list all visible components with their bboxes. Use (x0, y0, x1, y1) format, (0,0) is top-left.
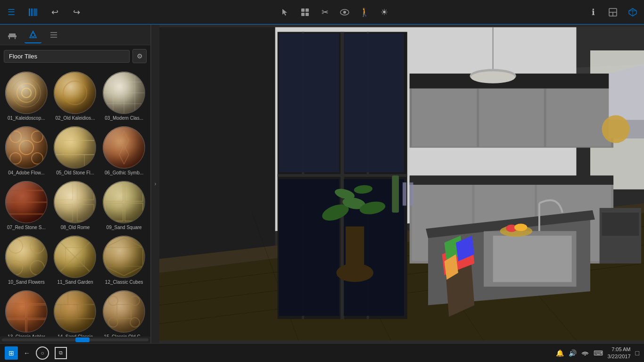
redo-icon[interactable]: ↪ (70, 6, 83, 19)
svg-rect-172 (410, 175, 613, 185)
scene-svg (159, 25, 644, 343)
svg-rect-6 (305, 13, 309, 16)
settings-button[interactable]: ⚙ (132, 49, 147, 63)
svg-rect-70 (54, 181, 96, 223)
system-tray-notifications[interactable]: 🔔 (556, 349, 564, 357)
svg-point-203 (514, 224, 528, 231)
3d-viewport[interactable] (159, 25, 644, 343)
material-name-4: 04_Adobe Flow... (8, 170, 44, 175)
material-item-3[interactable]: 03_Modern Clas... (100, 70, 148, 123)
panel-tabs (0, 25, 150, 45)
material-item-14[interactable]: 14_Sand Classic (52, 288, 99, 337)
svg-rect-176 (493, 236, 572, 282)
cortana-button[interactable]: ○ (36, 346, 49, 360)
material-name-12: 12_Classic Cubes (105, 280, 143, 285)
material-name-7: 07_Red Stone S... (7, 225, 46, 230)
volume-icon[interactable]: 🔊 (569, 349, 577, 357)
top-toolbar: ☰ ↩ ↪ ✂ 🚶 (0, 0, 644, 25)
layout-icon[interactable] (606, 6, 619, 19)
grid-objects-icon[interactable] (298, 6, 312, 19)
material-name-1: 01_Kaleidoscop... (8, 115, 45, 121)
material-sphere-4 (5, 126, 48, 169)
sun-icon[interactable]: ☀ (378, 6, 391, 19)
library-icon[interactable] (26, 6, 40, 19)
svg-rect-198 (602, 213, 639, 236)
material-item-12[interactable]: 12_Classic Cubes (100, 234, 148, 287)
material-name-9: 09_Sand Square (107, 225, 142, 230)
expand-panel-button[interactable]: › (151, 25, 159, 343)
svg-rect-30 (54, 72, 96, 114)
taskbar-right: 🔔 🔊 ⌨ 7:05 AM 3/22/2017 □ (556, 346, 639, 360)
svg-rect-3 (301, 8, 305, 12)
task-view-button[interactable]: ⧉ (55, 347, 67, 359)
svg-rect-189 (392, 175, 399, 213)
material-sphere-10 (5, 236, 48, 278)
material-name-3: 03_Modern Clas... (105, 115, 143, 121)
material-sphere-13 (5, 290, 48, 333)
material-sphere-2 (54, 72, 96, 114)
material-name-8: 08_Old Rome (61, 225, 90, 230)
material-name-10: 10_Sand Flowers (8, 280, 45, 285)
network-icon[interactable] (581, 349, 589, 357)
undo-icon[interactable]: ↩ (48, 6, 61, 19)
svg-rect-166 (546, 89, 611, 147)
eye-icon[interactable] (338, 6, 351, 19)
scroll-track[interactable] (0, 337, 150, 343)
furniture-tab[interactable] (4, 26, 21, 43)
material-sphere-5 (54, 126, 96, 169)
material-item-4[interactable]: 04_Adobe Flow... (3, 124, 50, 177)
material-item-1[interactable]: 01_Kaleidoscop... (3, 70, 50, 123)
material-item-6[interactable]: 06_Gothic Symb... (100, 124, 148, 177)
material-sphere-9 (103, 181, 145, 223)
material-item-2[interactable]: 02_Old Kaleidios... (52, 70, 99, 123)
svg-rect-112 (54, 290, 96, 333)
material-item-11[interactable]: 11_Sand Garden (52, 234, 99, 287)
material-grid: 01_Kaleidoscop... 02_Old Kaleidios... (0, 67, 150, 337)
material-sphere-15 (103, 290, 145, 333)
material-name-11: 11_Sand Garden (57, 280, 93, 285)
material-item-10[interactable]: 10_Sand Flowers (3, 234, 50, 287)
clock[interactable]: 7:05 AM 3/22/2017 (608, 346, 631, 360)
material-sphere-8 (54, 181, 96, 223)
scrollbar-thumb[interactable] (75, 337, 90, 342)
svg-rect-121 (103, 290, 145, 333)
material-item-8[interactable]: 08_Old Rome (52, 179, 99, 232)
taskbar-left: ⊞ ← ○ ⧉ (5, 346, 67, 360)
svg-rect-4 (305, 8, 309, 12)
material-item-15[interactable]: 15_Classic Old C... (100, 288, 148, 337)
svg-point-8 (343, 11, 346, 14)
info-icon[interactable]: ℹ (586, 6, 600, 19)
time-display: 7:05 AM (611, 346, 630, 353)
walk-icon[interactable]: 🚶 (358, 6, 371, 19)
list-tab[interactable] (45, 26, 62, 43)
svg-rect-191 (410, 182, 413, 206)
back-button[interactable]: ← (24, 349, 30, 357)
hamburger-menu-icon[interactable]: ☰ (5, 6, 18, 19)
material-sphere-3 (103, 72, 145, 114)
svg-rect-164 (412, 89, 477, 147)
left-panel: Floor Tiles Wall Tiles Wood Floors Carpe… (0, 25, 151, 343)
svg-point-204 (584, 354, 586, 356)
action-center-icon[interactable]: □ (636, 349, 639, 357)
category-dropdown[interactable]: Floor Tiles Wall Tiles Wood Floors Carpe… (4, 50, 130, 63)
svg-rect-160 (279, 179, 339, 316)
svg-marker-195 (609, 64, 644, 120)
material-item-7[interactable]: 07_Red Stone S... (3, 179, 50, 232)
materials-tab[interactable] (25, 26, 41, 43)
material-item-5[interactable]: 05_Old Stone Fl... (52, 124, 99, 177)
keyboard-icon[interactable]: ⌨ (594, 349, 603, 357)
svg-rect-0 (29, 8, 30, 16)
svg-rect-97 (103, 236, 145, 278)
material-item-9[interactable]: 09_Sand Square (100, 179, 148, 232)
start-button[interactable]: ⊞ (5, 346, 18, 360)
svg-rect-190 (403, 182, 406, 206)
scissors-icon[interactable]: ✂ (318, 6, 331, 19)
material-sphere-6 (103, 126, 145, 169)
taskbar: ⊞ ← ○ ⧉ 🔔 🔊 ⌨ 7:05 AM 3/22/2017 □ (0, 343, 644, 362)
material-name-6: 06_Gothic Symb... (105, 170, 143, 175)
cube-3d-icon[interactable] (626, 6, 639, 19)
cursor-icon[interactable] (279, 6, 292, 19)
svg-rect-183 (346, 226, 364, 272)
svg-point-19 (31, 33, 35, 37)
material-item-13[interactable]: 13_Classic Ashlar (3, 288, 50, 337)
